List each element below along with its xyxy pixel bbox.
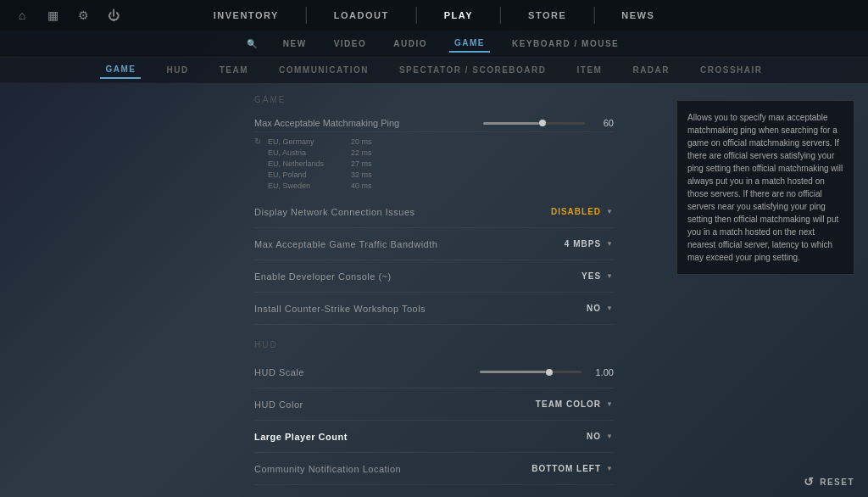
sub-tab-hud[interactable]: HUD: [161, 62, 193, 78]
notif-offset-row: Community Notification Horizontal Offset…: [254, 485, 614, 497]
network-issues-value: DISABLED: [551, 207, 601, 216]
inventory-icon[interactable]: ▦: [44, 7, 61, 24]
server-name-3: EU, Poland: [268, 170, 344, 179]
max-ping-slider[interactable]: [483, 122, 585, 125]
sub-tab-radar[interactable]: RADAR: [627, 62, 675, 78]
search-icon[interactable]: 🔍: [244, 36, 261, 53]
settings-icon[interactable]: ⚙: [75, 7, 92, 24]
reset-label: RESET: [820, 477, 854, 487]
large-player-row: Large Player Count NO ▼: [254, 421, 614, 453]
network-issues-label: Display Network Connection Issues: [254, 207, 415, 217]
server-ping-1: 22 ms: [351, 148, 372, 157]
workshop-row: Install Counter-Strike Workshop Tools NO…: [254, 293, 614, 325]
hud-scale-fill: [480, 371, 546, 373]
sub-tab-spectator[interactable]: SPECTATOR / SCOREBOARD: [394, 62, 552, 78]
sub-tab-crosshair[interactable]: CROSSHAIR: [695, 62, 768, 78]
bandwidth-label: Max Acceptable Game Traffic Bandwidth: [254, 239, 437, 249]
nav-loadout[interactable]: LOADOUT: [334, 7, 389, 24]
power-icon[interactable]: ⏻: [105, 7, 122, 24]
sub-tab-team[interactable]: TEAM: [214, 62, 253, 78]
server-ping-3: 32 ms: [351, 170, 372, 179]
notif-location-row: Community Notification Location BOTTOM L…: [254, 453, 614, 485]
nav-divider-1: [306, 7, 307, 24]
nav-news[interactable]: NEWS: [621, 7, 654, 24]
settings-nav: 🔍 NEW VIDEO AUDIO GAME KEYBOARD / MOUSE: [0, 31, 868, 58]
large-player-value: NO: [587, 432, 601, 441]
hud-scale-row: HUD Scale 1.00: [254, 356, 614, 388]
dev-console-row: Enable Developer Console (~) YES ▼: [254, 260, 614, 293]
hud-scale-label: HUD Scale: [254, 367, 304, 377]
network-issues-dropdown[interactable]: DISABLED ▼: [551, 207, 614, 216]
server-ping-0: 20 ms: [351, 137, 372, 146]
network-issues-row: Display Network Connection Issues DISABL…: [254, 196, 614, 228]
workshop-dropdown[interactable]: NO ▼: [587, 304, 614, 313]
dev-console-dropdown[interactable]: YES ▼: [581, 271, 614, 281]
nav-divider-2: [416, 7, 417, 24]
dev-console-value: YES: [581, 271, 601, 281]
server-name-0: EU, Germany: [268, 137, 344, 146]
workshop-value: NO: [587, 304, 601, 313]
max-ping-label: Max Acceptable Matchmaking Ping: [254, 118, 399, 128]
notif-location-label: Community Notification Location: [254, 464, 401, 474]
bandwidth-dropdown[interactable]: 4 MBPS ▼: [565, 239, 614, 248]
max-ping-control: 60: [483, 118, 614, 128]
settings-tab-game[interactable]: GAME: [449, 35, 490, 53]
max-ping-row: Max Acceptable Matchmaking Ping 60: [254, 111, 614, 132]
notif-location-chevron: ▼: [606, 465, 614, 472]
refresh-icon: ↻: [254, 137, 261, 146]
max-ping-thumb[interactable]: [539, 120, 546, 126]
reset-button[interactable]: ↺ RESET: [804, 475, 854, 489]
network-issues-chevron: ▼: [606, 208, 614, 215]
nav-divider-4: [593, 7, 594, 24]
nav-inventory[interactable]: INVENTORY: [214, 7, 279, 24]
nav-play[interactable]: PLAY: [444, 7, 473, 24]
server-name-1: EU, Austria: [268, 148, 344, 157]
workshop-chevron: ▼: [606, 304, 614, 312]
settings-tab-video[interactable]: VIDEO: [329, 36, 372, 52]
dev-console-chevron: ▼: [606, 272, 614, 280]
server-name-4: EU, Sweden: [268, 181, 344, 190]
hud-scale-value: 1.00: [590, 367, 614, 377]
top-nav: ⌂ ▦ ⚙ ⏻ INVENTORY LOADOUT PLAY STORE NEW…: [0, 0, 868, 31]
max-ping-fill: [483, 122, 539, 125]
settings-tab-audio[interactable]: AUDIO: [388, 36, 432, 52]
hud-section-label: Hud: [254, 340, 614, 349]
hud-color-row: HUD Color TEAM COLOR ▼: [254, 388, 614, 421]
nav-store[interactable]: STORE: [528, 7, 566, 24]
hud-scale-control: 1.00: [480, 367, 614, 377]
sub-tab-item[interactable]: ITEM: [572, 62, 608, 78]
dev-console-label: Enable Developer Console (~): [254, 271, 392, 282]
notif-location-dropdown[interactable]: BOTTOM LEFT ▼: [531, 464, 614, 473]
large-player-chevron: ▼: [606, 433, 614, 440]
hud-color-value: TEAM COLOR: [536, 399, 601, 409]
reset-icon: ↺: [804, 475, 815, 489]
settings-tab-keyboard[interactable]: KEYBOARD / MOUSE: [507, 36, 624, 52]
home-icon[interactable]: ⌂: [14, 7, 31, 24]
sub-tab-game[interactable]: GAME: [100, 61, 141, 79]
hud-color-dropdown[interactable]: TEAM COLOR ▼: [536, 399, 614, 409]
sub-nav: GAME HUD TEAM COMMUNICATION SPECTATOR / …: [0, 58, 868, 83]
game-section-label: Game: [254, 95, 614, 104]
hud-scale-slider[interactable]: [480, 371, 581, 373]
hud-color-chevron: ▼: [606, 400, 614, 408]
server-ping-4: 40 ms: [351, 181, 372, 190]
large-player-label: Large Player Count: [254, 432, 348, 442]
server-list: ↻ EU, Germany 20 ms ↻ EU, Austria 22 ms …: [254, 136, 614, 191]
server-row-1: ↻ EU, Austria 22 ms: [254, 147, 614, 158]
server-row-4: ↻ EU, Sweden 40 ms: [254, 180, 614, 191]
notif-location-value: BOTTOM LEFT: [531, 464, 601, 473]
server-name-2: EU, Netherlands: [268, 159, 344, 168]
hud-scale-thumb[interactable]: [546, 369, 553, 376]
large-player-dropdown[interactable]: NO ▼: [587, 432, 614, 441]
main-nav: INVENTORY LOADOUT PLAY STORE NEWS: [214, 7, 655, 24]
max-ping-value: 60: [593, 118, 614, 128]
server-row-3: ↻ EU, Poland 32 ms: [254, 169, 614, 180]
bandwidth-row: Max Acceptable Game Traffic Bandwidth 4 …: [254, 228, 614, 260]
workshop-label: Install Counter-Strike Workshop Tools: [254, 304, 426, 314]
sub-tab-communication[interactable]: COMMUNICATION: [274, 62, 374, 78]
settings-tab-new[interactable]: NEW: [278, 36, 312, 52]
server-ping-2: 27 ms: [351, 159, 372, 168]
bandwidth-value: 4 MBPS: [565, 239, 601, 248]
server-row-0: ↻ EU, Germany 20 ms: [254, 136, 614, 147]
top-nav-left: ⌂ ▦ ⚙ ⏻: [14, 7, 122, 24]
